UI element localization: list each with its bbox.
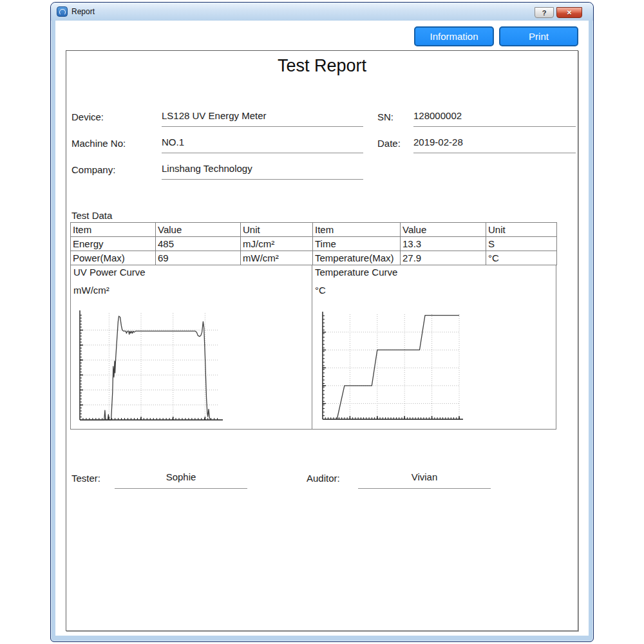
temperature-item: Temperature(Max) (313, 251, 401, 265)
device-value: LS128 UV Energy Meter (162, 110, 363, 127)
time-item: Time (313, 237, 401, 251)
header-value-1: Value (156, 223, 241, 237)
company-label: Company: (71, 164, 115, 175)
header-unit-1: Unit (241, 223, 313, 237)
energy-item: Energy (71, 237, 156, 251)
page-title: Test Report (66, 56, 578, 76)
header-item-2: Item (313, 223, 401, 237)
date-label: Date: (377, 138, 401, 149)
energy-value: 485 (156, 237, 241, 251)
app-icon (57, 6, 68, 17)
table-row: Power(Max) 69 mW/cm² Temperature(Max) 27… (71, 251, 557, 265)
temperature-value: 27.9 (401, 251, 486, 265)
power-value: 69 (156, 251, 241, 265)
power-item: Power(Max) (71, 251, 156, 265)
sn-label: SN: (377, 111, 393, 122)
print-button[interactable]: Print (499, 26, 578, 46)
power-unit: mW/cm² (241, 251, 313, 265)
header-unit-2: Unit (486, 223, 557, 237)
test-data-table: Item Value Unit Item Value Unit Energy 4… (70, 222, 557, 265)
device-label: Device: (71, 111, 104, 122)
temperature-curve-cell: Temperature Curve °C (312, 265, 556, 430)
window-content: Information Print Test Report Device: LS… (55, 21, 589, 636)
time-value: 13.3 (401, 237, 486, 251)
window-title: Report (71, 7, 95, 16)
header-item-1: Item (71, 223, 156, 237)
date-value: 2019-02-28 (413, 137, 576, 153)
help-button[interactable]: ? (535, 7, 554, 18)
table-row: Energy 485 mJ/cm² Time 13.3 S (71, 237, 557, 251)
uv-power-curve-title: UV Power Curve (73, 267, 146, 278)
uv-power-curve-plot (76, 308, 225, 423)
table-header-row: Item Value Unit Item Value Unit (71, 223, 557, 237)
test-data-section-label: Test Data (71, 210, 112, 221)
temperature-unit: °C (486, 251, 557, 265)
auditor-value: Vivian (358, 471, 491, 489)
report-window: Report ? ✕ Information Print Test Report… (50, 2, 594, 642)
sn-value: 128000002 (413, 110, 576, 127)
tester-label: Tester: (71, 473, 100, 484)
report-page: Test Report Device: LS128 UV Energy Mete… (66, 50, 578, 631)
information-button[interactable]: Information (414, 26, 494, 46)
title-bar[interactable]: Report ? ✕ (51, 3, 593, 21)
energy-unit: mJ/cm² (241, 237, 313, 251)
machine-no-value: NO.1 (162, 137, 363, 153)
machine-no-label: Machine No: (71, 138, 126, 149)
time-unit: S (486, 237, 557, 251)
uv-power-curve-unit: mW/cm² (73, 285, 109, 296)
temperature-curve-title: Temperature Curve (315, 267, 397, 278)
tester-value: Sophie (115, 471, 247, 489)
chart-section: UV Power Curve mW/cm² Temperature Curve … (70, 265, 556, 430)
close-button[interactable]: ✕ (556, 7, 582, 18)
temperature-curve-unit: °C (315, 285, 326, 296)
uv-power-curve-cell: UV Power Curve mW/cm² (70, 265, 312, 430)
temperature-curve-plot (319, 310, 466, 422)
company-value: Linshang Technology (162, 163, 363, 180)
header-value-2: Value (401, 223, 486, 237)
auditor-label: Auditor: (307, 473, 340, 484)
